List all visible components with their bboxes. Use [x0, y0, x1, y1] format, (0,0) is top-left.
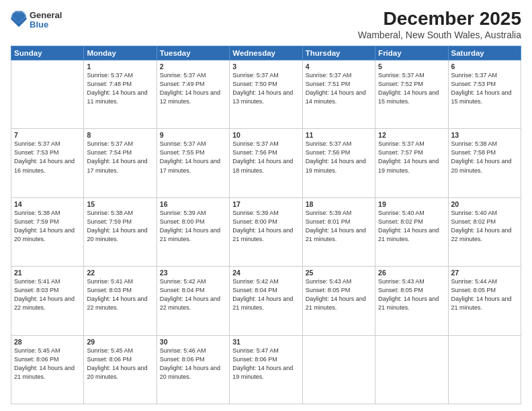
table-row: 10Sunrise: 5:37 AMSunset: 7:56 PMDayligh…: [230, 129, 302, 197]
table-row: 18Sunrise: 5:39 AMSunset: 8:01 PMDayligh…: [302, 197, 375, 266]
col-thursday: Thursday: [302, 46, 375, 60]
col-monday: Monday: [84, 46, 157, 60]
calendar-subtitle: Wamberal, New South Wales, Australia: [358, 30, 521, 40]
table-row: 7Sunrise: 5:37 AMSunset: 7:53 PMDaylight…: [11, 129, 84, 197]
table-row: 12Sunrise: 5:37 AMSunset: 7:57 PMDayligh…: [375, 129, 448, 197]
table-row: 9Sunrise: 5:37 AMSunset: 7:55 PMDaylight…: [157, 129, 229, 197]
table-row: 30Sunrise: 5:46 AMSunset: 8:06 PMDayligh…: [157, 335, 229, 404]
table-row: 27Sunrise: 5:44 AMSunset: 8:05 PMDayligh…: [448, 267, 521, 335]
logo-general: General: [30, 11, 62, 20]
table-row: 20Sunrise: 5:40 AMSunset: 8:02 PMDayligh…: [448, 197, 521, 266]
header-row: Sunday Monday Tuesday Wednesday Thursday…: [11, 46, 521, 60]
logo-text: General Blue: [30, 11, 62, 30]
col-tuesday: Tuesday: [157, 46, 229, 60]
page: General Blue December 2025 Wamberal, New…: [0, 0, 532, 411]
table-row: 26Sunrise: 5:43 AMSunset: 8:05 PMDayligh…: [375, 267, 448, 335]
table-row: 14Sunrise: 5:38 AMSunset: 7:59 PMDayligh…: [11, 197, 84, 266]
top-section: General Blue December 2025 Wamberal, New…: [11, 8, 521, 40]
col-saturday: Saturday: [448, 46, 521, 60]
table-row: [375, 335, 448, 404]
table-row: 29Sunrise: 5:45 AMSunset: 8:06 PMDayligh…: [84, 335, 157, 404]
table-row: 3Sunrise: 5:37 AMSunset: 7:50 PMDaylight…: [230, 60, 302, 129]
table-row: 31Sunrise: 5:47 AMSunset: 8:06 PMDayligh…: [230, 335, 302, 404]
table-row: 15Sunrise: 5:38 AMSunset: 7:59 PMDayligh…: [84, 197, 157, 266]
calendar-table: Sunday Monday Tuesday Wednesday Thursday…: [11, 46, 521, 404]
table-row: 21Sunrise: 5:41 AMSunset: 8:03 PMDayligh…: [11, 267, 84, 335]
calendar-title: December 2025: [358, 8, 521, 30]
logo: General Blue: [11, 11, 62, 30]
col-sunday: Sunday: [11, 46, 84, 60]
table-row: [302, 335, 375, 404]
table-row: 25Sunrise: 5:43 AMSunset: 8:05 PMDayligh…: [302, 267, 375, 335]
table-row: 24Sunrise: 5:42 AMSunset: 8:04 PMDayligh…: [230, 267, 302, 335]
col-wednesday: Wednesday: [230, 46, 302, 60]
table-row: 19Sunrise: 5:40 AMSunset: 8:02 PMDayligh…: [375, 197, 448, 266]
table-row: 6Sunrise: 5:37 AMSunset: 7:53 PMDaylight…: [448, 60, 521, 129]
table-row: [448, 335, 521, 404]
logo-blue: Blue: [30, 20, 62, 30]
logo-icon: [11, 11, 27, 30]
table-row: 4Sunrise: 5:37 AMSunset: 7:51 PMDaylight…: [302, 60, 375, 129]
table-row: 13Sunrise: 5:38 AMSunset: 7:58 PMDayligh…: [448, 129, 521, 197]
table-row: 28Sunrise: 5:45 AMSunset: 8:06 PMDayligh…: [11, 335, 84, 404]
table-row: 16Sunrise: 5:39 AMSunset: 8:00 PMDayligh…: [157, 197, 229, 266]
table-row: 5Sunrise: 5:37 AMSunset: 7:52 PMDaylight…: [375, 60, 448, 129]
table-row: 17Sunrise: 5:39 AMSunset: 8:00 PMDayligh…: [230, 197, 302, 266]
table-row: 22Sunrise: 5:41 AMSunset: 8:03 PMDayligh…: [84, 267, 157, 335]
table-row: 23Sunrise: 5:42 AMSunset: 8:04 PMDayligh…: [157, 267, 229, 335]
col-friday: Friday: [375, 46, 448, 60]
table-row: [11, 60, 84, 129]
table-row: 11Sunrise: 5:37 AMSunset: 7:56 PMDayligh…: [302, 129, 375, 197]
table-row: 2Sunrise: 5:37 AMSunset: 7:49 PMDaylight…: [157, 60, 229, 129]
title-block: December 2025 Wamberal, New South Wales,…: [358, 8, 521, 40]
table-row: 1Sunrise: 5:37 AMSunset: 7:48 PMDaylight…: [84, 60, 157, 129]
table-row: 8Sunrise: 5:37 AMSunset: 7:54 PMDaylight…: [84, 129, 157, 197]
